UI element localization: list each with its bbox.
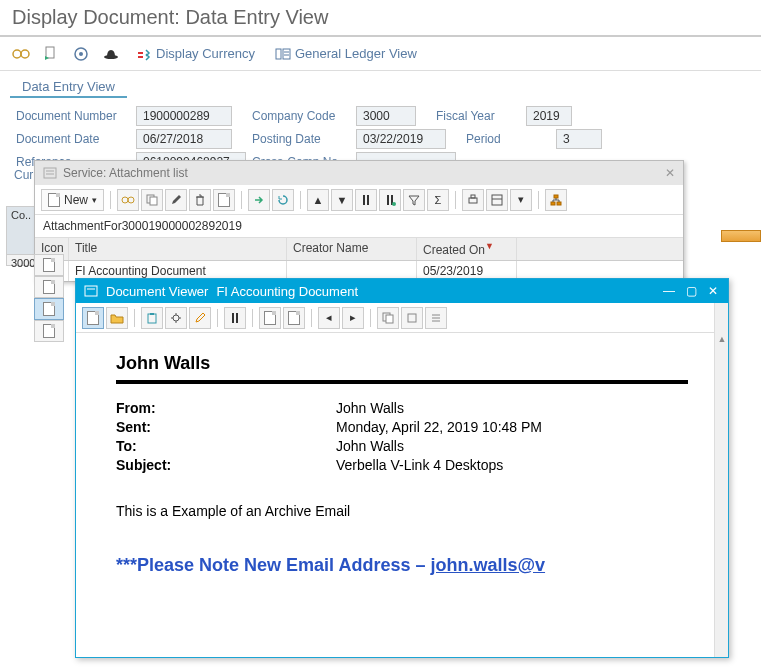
fiscal-year-label: Fiscal Year xyxy=(436,109,526,123)
svg-rect-19 xyxy=(557,202,561,205)
attachment-item-3[interactable] xyxy=(34,298,64,320)
attachment-table-header: Icon Title Creator Name Created On▼ xyxy=(35,238,683,261)
company-code-field[interactable] xyxy=(356,106,416,126)
attachment-dialog-titlebar: Service: Attachment list ✕ xyxy=(35,161,683,185)
first-page-icon[interactable] xyxy=(283,307,305,329)
line-items-grid-stub: Co.. 3000 xyxy=(6,206,36,266)
document-back-icon[interactable] xyxy=(40,43,62,65)
viewer-title-prefix: Document Viewer xyxy=(106,284,208,299)
edit-icon[interactable] xyxy=(165,189,187,211)
document-icon[interactable] xyxy=(213,189,235,211)
doc-date-label: Document Date xyxy=(16,132,136,146)
new-attachment-button[interactable]: New ▾ xyxy=(41,189,104,211)
find-next-icon[interactable] xyxy=(379,189,401,211)
page-icon xyxy=(48,193,60,207)
chevron-down-icon: ▾ xyxy=(92,195,97,205)
maximize-icon[interactable]: ▢ xyxy=(684,284,698,298)
grid-row: 3000 xyxy=(7,255,35,271)
svg-point-13 xyxy=(392,202,396,206)
svg-point-0 xyxy=(13,50,21,58)
attachment-item-1[interactable] xyxy=(34,254,64,276)
attachment-list-dialog: Service: Attachment list ✕ New ▾ ▲ ▼ Σ ▾… xyxy=(34,160,684,282)
folder-open-icon[interactable] xyxy=(106,307,128,329)
general-ledger-button[interactable]: General Ledger View xyxy=(269,46,423,61)
delete-icon[interactable] xyxy=(189,189,211,211)
subject-label: Subject: xyxy=(116,457,336,473)
export-icon[interactable] xyxy=(248,189,270,211)
svg-rect-26 xyxy=(408,314,416,322)
svg-rect-20 xyxy=(85,286,97,296)
svg-rect-12 xyxy=(150,197,157,205)
find-icon[interactable] xyxy=(355,189,377,211)
attachment-sidebar xyxy=(34,254,68,342)
layout-dropdown-icon[interactable]: ▾ xyxy=(510,189,532,211)
hierarchy-icon[interactable] xyxy=(545,189,567,211)
attachment-item-2[interactable] xyxy=(34,276,64,298)
viewer-scrollbar[interactable]: ▲ xyxy=(714,303,728,657)
attachment-dialog-title: Service: Attachment list xyxy=(63,166,188,180)
display-toggle-icon[interactable] xyxy=(70,43,92,65)
svg-rect-2 xyxy=(46,47,54,58)
sent-value: Monday, April 22, 2019 10:48 PM xyxy=(336,419,542,435)
minimize-icon[interactable]: — xyxy=(662,284,676,298)
note-email-link[interactable]: john.walls@v xyxy=(430,555,545,575)
fiscal-year-field[interactable] xyxy=(526,106,572,126)
next-page-icon[interactable]: ▸ xyxy=(342,307,364,329)
prev-page-icon[interactable]: ◂ xyxy=(318,307,340,329)
display-currency-button[interactable]: Display Currency xyxy=(130,46,261,61)
svg-point-9 xyxy=(122,197,128,203)
viewer-icon xyxy=(84,285,98,297)
svg-point-10 xyxy=(128,197,134,203)
layout-icon[interactable] xyxy=(486,189,508,211)
sent-label: Sent: xyxy=(116,419,336,435)
hat-icon[interactable] xyxy=(100,43,122,65)
binoculars-icon[interactable] xyxy=(224,307,246,329)
clipboard-icon[interactable] xyxy=(141,307,163,329)
list-icon[interactable] xyxy=(425,307,447,329)
general-ledger-label: General Ledger View xyxy=(295,46,417,61)
sum-icon[interactable]: Σ xyxy=(427,189,449,211)
period-label: Period xyxy=(466,132,526,146)
posting-date-label: Posting Date xyxy=(252,132,356,146)
doc-date-field[interactable] xyxy=(136,129,232,149)
print-icon[interactable] xyxy=(462,189,484,211)
svg-point-1 xyxy=(21,50,29,58)
svg-rect-17 xyxy=(554,195,558,198)
filter-icon[interactable] xyxy=(403,189,425,211)
divider xyxy=(116,380,688,384)
viewer-titlebar[interactable]: Document Viewer FI Accounting Document —… xyxy=(76,279,728,303)
page-icon[interactable] xyxy=(82,307,104,329)
sort-desc-icon[interactable]: ▼ xyxy=(331,189,353,211)
subject-value: Verbella V-Link 4 Desktops xyxy=(336,457,503,473)
grid-col-header: Co.. xyxy=(7,207,35,255)
svg-rect-16 xyxy=(492,195,502,205)
viewer-toolbar: ◂ ▸ xyxy=(76,303,728,333)
email-sender-name: John Walls xyxy=(116,353,688,374)
svg-rect-14 xyxy=(469,198,477,203)
from-label: From: xyxy=(116,400,336,416)
copy-icon[interactable] xyxy=(141,189,163,211)
close-icon[interactable]: ✕ xyxy=(706,284,720,298)
dialog-close-icon[interactable]: ✕ xyxy=(665,166,675,180)
refresh-icon[interactable] xyxy=(272,189,294,211)
sort-asc-icon[interactable]: ▲ xyxy=(307,189,329,211)
glasses-icon[interactable] xyxy=(10,43,32,65)
col-created[interactable]: Created On▼ xyxy=(417,238,517,260)
svg-rect-21 xyxy=(148,314,156,323)
period-field[interactable] xyxy=(556,129,602,149)
glasses-icon[interactable] xyxy=(117,189,139,211)
posting-date-field[interactable] xyxy=(356,129,446,149)
stack-icon[interactable] xyxy=(401,307,423,329)
copy-page-icon[interactable] xyxy=(377,307,399,329)
dialog-icon xyxy=(43,167,57,179)
doc-number-field[interactable] xyxy=(136,106,232,126)
col-title[interactable]: Title xyxy=(69,238,287,260)
info-icon[interactable] xyxy=(189,307,211,329)
display-currency-label: Display Currency xyxy=(156,46,255,61)
col-creator[interactable]: Creator Name xyxy=(287,238,417,260)
currency-label: Cur xyxy=(14,168,33,182)
settings-icon[interactable] xyxy=(165,307,187,329)
grid-highlight-stub xyxy=(721,230,761,242)
page-nav-icon[interactable] xyxy=(259,307,281,329)
attachment-item-4[interactable] xyxy=(34,320,64,342)
